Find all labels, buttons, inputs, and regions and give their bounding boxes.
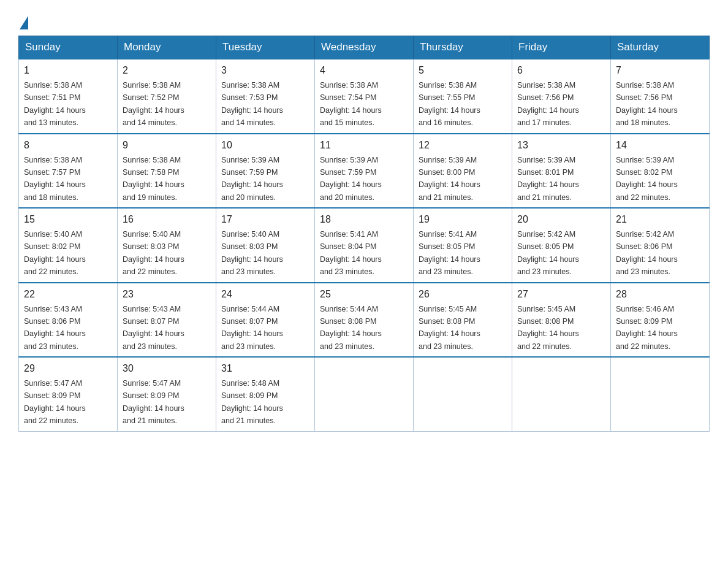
calendar-cell: 19 Sunrise: 5:41 AMSunset: 8:05 PMDaylig… (414, 208, 512, 283)
calendar-cell: 13 Sunrise: 5:39 AMSunset: 8:01 PMDaylig… (512, 134, 611, 209)
day-number: 13 (517, 138, 605, 153)
week-row-2: 8 Sunrise: 5:38 AMSunset: 7:57 PMDayligh… (19, 134, 710, 209)
day-number: 11 (320, 138, 408, 153)
day-info: Sunrise: 5:38 AMSunset: 7:58 PMDaylight:… (123, 156, 184, 202)
day-info: Sunrise: 5:41 AMSunset: 8:05 PMDaylight:… (419, 230, 480, 276)
calendar-cell: 28 Sunrise: 5:46 AMSunset: 8:09 PMDaylig… (611, 283, 710, 358)
day-info: Sunrise: 5:38 AMSunset: 7:53 PMDaylight:… (221, 81, 283, 127)
day-number: 17 (221, 212, 309, 227)
day-info: Sunrise: 5:44 AMSunset: 8:08 PMDaylight:… (320, 305, 382, 351)
calendar-table: SundayMondayTuesdayWednesdayThursdayFrid… (18, 36, 710, 432)
calendar-cell: 4 Sunrise: 5:38 AMSunset: 7:54 PMDayligh… (315, 59, 414, 134)
calendar-cell: 7 Sunrise: 5:38 AMSunset: 7:56 PMDayligh… (611, 59, 710, 134)
day-number: 19 (419, 212, 507, 227)
day-info: Sunrise: 5:38 AMSunset: 7:56 PMDaylight:… (616, 81, 678, 127)
calendar-cell: 11 Sunrise: 5:39 AMSunset: 7:59 PMDaylig… (315, 134, 414, 209)
day-number: 28 (616, 287, 704, 302)
weekday-header-tuesday: Tuesday (216, 36, 315, 59)
calendar-cell (315, 357, 414, 431)
week-row-4: 22 Sunrise: 5:43 AMSunset: 8:06 PMDaylig… (19, 283, 710, 358)
day-info: Sunrise: 5:38 AMSunset: 7:54 PMDaylight:… (320, 81, 382, 127)
day-number: 2 (123, 63, 211, 78)
calendar-cell: 18 Sunrise: 5:41 AMSunset: 8:04 PMDaylig… (315, 208, 414, 283)
day-info: Sunrise: 5:40 AMSunset: 8:03 PMDaylight:… (221, 230, 283, 276)
day-number: 29 (24, 361, 112, 376)
day-number: 6 (517, 63, 605, 78)
day-info: Sunrise: 5:39 AMSunset: 8:01 PMDaylight:… (517, 156, 579, 202)
page-header (18, 12, 710, 29)
logo (18, 16, 29, 29)
week-row-5: 29 Sunrise: 5:47 AMSunset: 8:09 PMDaylig… (19, 357, 710, 431)
day-info: Sunrise: 5:40 AMSunset: 8:03 PMDaylight:… (123, 230, 184, 276)
day-info: Sunrise: 5:38 AMSunset: 7:51 PMDaylight:… (24, 81, 86, 127)
weekday-header-thursday: Thursday (414, 36, 512, 59)
calendar-cell: 21 Sunrise: 5:42 AMSunset: 8:06 PMDaylig… (611, 208, 710, 283)
day-number: 22 (24, 287, 112, 302)
day-number: 7 (616, 63, 704, 78)
calendar-cell: 1 Sunrise: 5:38 AMSunset: 7:51 PMDayligh… (19, 59, 118, 134)
calendar-cell: 6 Sunrise: 5:38 AMSunset: 7:56 PMDayligh… (512, 59, 611, 134)
day-number: 25 (320, 287, 408, 302)
calendar-cell: 2 Sunrise: 5:38 AMSunset: 7:52 PMDayligh… (118, 59, 216, 134)
day-info: Sunrise: 5:46 AMSunset: 8:09 PMDaylight:… (616, 305, 678, 351)
day-number: 4 (320, 63, 408, 78)
day-number: 20 (517, 212, 605, 227)
day-info: Sunrise: 5:38 AMSunset: 7:56 PMDaylight:… (517, 81, 579, 127)
weekday-header-sunday: Sunday (19, 36, 118, 59)
day-number: 9 (123, 138, 211, 153)
weekday-header-monday: Monday (118, 36, 216, 59)
calendar-cell: 15 Sunrise: 5:40 AMSunset: 8:02 PMDaylig… (19, 208, 118, 283)
calendar-cell: 8 Sunrise: 5:38 AMSunset: 7:57 PMDayligh… (19, 134, 118, 209)
calendar-cell: 10 Sunrise: 5:39 AMSunset: 7:59 PMDaylig… (216, 134, 315, 209)
day-info: Sunrise: 5:40 AMSunset: 8:02 PMDaylight:… (24, 230, 86, 276)
day-info: Sunrise: 5:42 AMSunset: 8:05 PMDaylight:… (517, 230, 579, 276)
day-info: Sunrise: 5:39 AMSunset: 8:02 PMDaylight:… (616, 156, 678, 202)
logo-triangle-icon (20, 16, 28, 29)
calendar-cell: 22 Sunrise: 5:43 AMSunset: 8:06 PMDaylig… (19, 283, 118, 358)
day-info: Sunrise: 5:39 AMSunset: 7:59 PMDaylight:… (320, 156, 382, 202)
day-number: 1 (24, 63, 112, 78)
day-number: 23 (123, 287, 211, 302)
calendar-cell (414, 357, 512, 431)
week-row-3: 15 Sunrise: 5:40 AMSunset: 8:02 PMDaylig… (19, 208, 710, 283)
day-info: Sunrise: 5:47 AMSunset: 8:09 PMDaylight:… (24, 379, 86, 425)
calendar-cell: 27 Sunrise: 5:45 AMSunset: 8:08 PMDaylig… (512, 283, 611, 358)
weekday-header-saturday: Saturday (611, 36, 710, 59)
calendar-cell (512, 357, 611, 431)
week-row-1: 1 Sunrise: 5:38 AMSunset: 7:51 PMDayligh… (19, 59, 710, 134)
day-number: 21 (616, 212, 704, 227)
day-info: Sunrise: 5:43 AMSunset: 8:07 PMDaylight:… (123, 305, 184, 351)
calendar-cell: 17 Sunrise: 5:40 AMSunset: 8:03 PMDaylig… (216, 208, 315, 283)
calendar-cell: 25 Sunrise: 5:44 AMSunset: 8:08 PMDaylig… (315, 283, 414, 358)
calendar-cell: 14 Sunrise: 5:39 AMSunset: 8:02 PMDaylig… (611, 134, 710, 209)
calendar-cell: 26 Sunrise: 5:45 AMSunset: 8:08 PMDaylig… (414, 283, 512, 358)
day-number: 5 (419, 63, 507, 78)
calendar-cell (611, 357, 710, 431)
day-number: 26 (419, 287, 507, 302)
day-number: 27 (517, 287, 605, 302)
day-number: 8 (24, 138, 112, 153)
calendar-cell: 3 Sunrise: 5:38 AMSunset: 7:53 PMDayligh… (216, 59, 315, 134)
calendar-cell: 30 Sunrise: 5:47 AMSunset: 8:09 PMDaylig… (118, 357, 216, 431)
day-info: Sunrise: 5:38 AMSunset: 7:55 PMDaylight:… (419, 81, 480, 127)
day-info: Sunrise: 5:43 AMSunset: 8:06 PMDaylight:… (24, 305, 86, 351)
day-info: Sunrise: 5:45 AMSunset: 8:08 PMDaylight:… (419, 305, 480, 351)
calendar-cell: 31 Sunrise: 5:48 AMSunset: 8:09 PMDaylig… (216, 357, 315, 431)
day-number: 3 (221, 63, 309, 78)
calendar-cell: 20 Sunrise: 5:42 AMSunset: 8:05 PMDaylig… (512, 208, 611, 283)
calendar-cell: 16 Sunrise: 5:40 AMSunset: 8:03 PMDaylig… (118, 208, 216, 283)
calendar-cell: 5 Sunrise: 5:38 AMSunset: 7:55 PMDayligh… (414, 59, 512, 134)
calendar-cell: 23 Sunrise: 5:43 AMSunset: 8:07 PMDaylig… (118, 283, 216, 358)
calendar-cell: 24 Sunrise: 5:44 AMSunset: 8:07 PMDaylig… (216, 283, 315, 358)
day-number: 16 (123, 212, 211, 227)
day-number: 18 (320, 212, 408, 227)
weekday-header-friday: Friday (512, 36, 611, 59)
day-number: 24 (221, 287, 309, 302)
day-number: 10 (221, 138, 309, 153)
weekday-header-row: SundayMondayTuesdayWednesdayThursdayFrid… (19, 36, 710, 59)
calendar-cell: 12 Sunrise: 5:39 AMSunset: 8:00 PMDaylig… (414, 134, 512, 209)
day-info: Sunrise: 5:48 AMSunset: 8:09 PMDaylight:… (221, 379, 283, 425)
calendar-cell: 29 Sunrise: 5:47 AMSunset: 8:09 PMDaylig… (19, 357, 118, 431)
day-info: Sunrise: 5:41 AMSunset: 8:04 PMDaylight:… (320, 230, 382, 276)
day-number: 31 (221, 361, 309, 376)
